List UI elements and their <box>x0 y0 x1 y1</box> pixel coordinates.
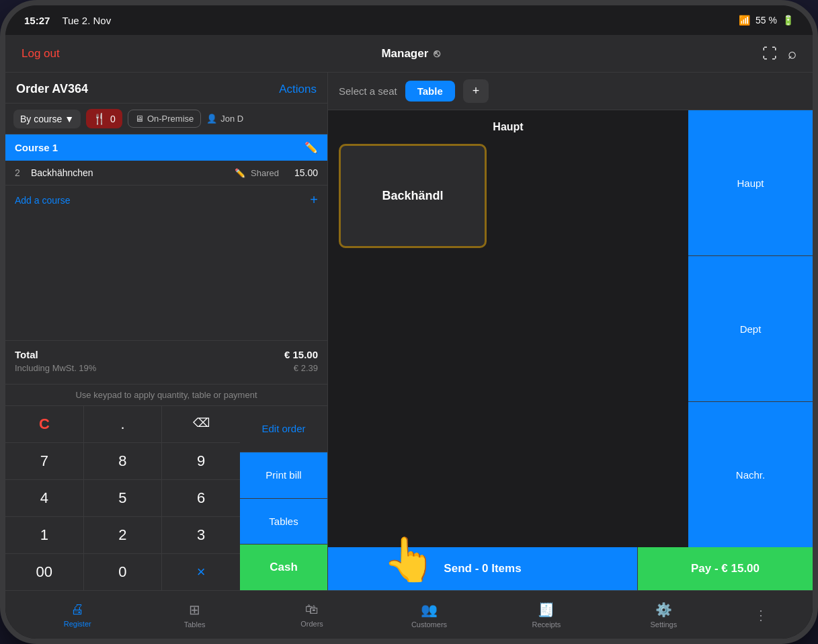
table-grid: Backhändl <box>339 144 678 248</box>
key-3[interactable]: 3 <box>162 517 240 553</box>
clear-key[interactable]: C <box>5 406 83 442</box>
logout-button[interactable]: Log out <box>22 47 60 61</box>
order-item: 2 Backhähnchen ✏️ Shared 15.00 <box>5 161 327 186</box>
status-date: Tue 2. Nov <box>62 15 111 26</box>
total-label: Total <box>15 349 38 360</box>
item-quantity: 2 <box>15 167 26 178</box>
expand-icon[interactable]: ⛶ <box>762 45 777 63</box>
action-buttons: Edit order Print bill Tables Cash <box>240 406 327 590</box>
cash-button[interactable]: Cash <box>240 545 327 590</box>
screen-icon: 🖥 <box>135 114 144 124</box>
table-card-label: Backhändl <box>382 189 443 203</box>
actions-button[interactable]: Actions <box>279 83 317 96</box>
course-edit-icon[interactable]: ✏️ <box>304 141 318 154</box>
room-label: Haupt <box>339 121 678 133</box>
user-icon: 👤 <box>206 114 217 124</box>
right-half: Haupt Backhändl Haupt Dept Nachr. <box>328 110 813 547</box>
nav-more-icon[interactable]: ⋮ <box>754 607 768 623</box>
room-nachr-button[interactable]: Nachr. <box>688 402 813 547</box>
key-6[interactable]: 6 <box>162 480 240 516</box>
nav-receipts[interactable]: 🧾 Receipts <box>520 602 573 629</box>
tables-label: Tables <box>184 620 206 629</box>
settings-label: Settings <box>650 620 677 629</box>
nav-tables[interactable]: ⊞ Tables <box>168 602 222 629</box>
receipts-label: Receipts <box>532 620 561 629</box>
keypad-hint: Use keypad to apply quantity, table or p… <box>5 384 327 405</box>
edit-order-button[interactable]: Edit order <box>240 406 327 452</box>
key-9[interactable]: 9 <box>162 443 240 479</box>
key-1[interactable]: 1 <box>5 517 83 553</box>
status-bar: 15:27 Tue 2. Nov 📶 55 % 🔋 <box>5 5 813 35</box>
wifi-icon: 📶 <box>739 15 750 26</box>
key-5[interactable]: 5 <box>84 480 162 516</box>
orders-label: Orders <box>300 620 323 628</box>
total-section: Total € 15.00 Including MwSt. 19% € 2.39 <box>5 340 327 384</box>
top-nav: Log out Manager ⎋ ⛶ ⌕ <box>5 35 813 73</box>
multiply-key[interactable]: × <box>162 554 240 590</box>
course-dropdown[interactable]: By course ▼ <box>13 110 81 128</box>
settings-icon: ⚙️ <box>655 602 672 618</box>
course-section: Course 1 ✏️ 2 Backhähnchen ✏️ Shared 15.… <box>5 134 327 340</box>
add-course-plus-icon: + <box>310 192 318 208</box>
item-price: 15.00 <box>284 167 318 178</box>
tables-button[interactable]: Tables <box>240 499 327 545</box>
room-buttons-col: Haupt Dept Nachr. <box>688 110 813 547</box>
order-header: Order AV364 Actions <box>5 73 327 104</box>
add-seat-button[interactable]: + <box>463 79 489 103</box>
order-controls: By course ▼ 🍴 0 🖥 On-Premise 👤 Jon D <box>5 104 327 134</box>
print-bill-button[interactable]: Print bill <box>240 452 327 498</box>
add-course-row[interactable]: Add a course + <box>5 186 327 214</box>
right-section: Select a seat Table + Haupt Backhändl <box>328 73 813 590</box>
backspace-key[interactable]: ⌫ <box>162 406 240 442</box>
search-icon[interactable]: ⌕ <box>788 45 796 63</box>
item-name: Backhähnchen <box>31 167 227 178</box>
dot-key[interactable]: . <box>84 406 162 442</box>
register-label: Register <box>64 620 91 628</box>
item-edit-icon[interactable]: ✏️ <box>235 168 245 178</box>
order-panel: Order AV364 Actions By course ▼ 🍴 0 🖥 On… <box>5 73 328 590</box>
share-icon: ⎋ <box>434 48 440 60</box>
send-items-button[interactable]: Send - 0 Items <box>328 547 637 590</box>
nav-register[interactable]: 🖨 Register <box>50 602 104 628</box>
key-0[interactable]: 0 <box>84 554 162 590</box>
chevron-down-icon: ▼ <box>65 114 74 124</box>
table-card-backhändl[interactable]: Backhändl <box>339 144 487 248</box>
customers-icon: 👥 <box>421 602 438 618</box>
tax-label: Including MwSt. 19% <box>15 363 96 373</box>
key-00[interactable]: 00 <box>5 554 83 590</box>
pay-button[interactable]: Pay - € 15.00 <box>638 547 813 590</box>
user-tag: 👤 Jon D <box>206 114 243 124</box>
nav-customers[interactable]: 👥 Customers <box>402 602 456 629</box>
battery-icon: 🔋 <box>782 15 794 26</box>
add-course-label: Add a course <box>15 195 71 206</box>
key-4[interactable]: 4 <box>5 480 83 516</box>
nav-orders[interactable]: 🛍 Orders <box>285 602 339 628</box>
order-title: Order AV364 <box>16 82 88 96</box>
course-name: Course 1 <box>15 142 58 153</box>
key-2[interactable]: 2 <box>84 517 162 553</box>
send-pay-bar: Send - 0 Items Pay - € 15.00 <box>328 547 813 590</box>
order-badge: 🍴 0 <box>86 109 122 128</box>
keypad-area: C . ⌫ 7 8 9 4 5 6 1 2 3 00 0 × <box>5 405 327 590</box>
map-column: Haupt Backhändl <box>328 110 688 547</box>
room-dept-button[interactable]: Dept <box>688 256 813 401</box>
table-button[interactable]: Table <box>405 81 455 102</box>
key-8[interactable]: 8 <box>84 443 162 479</box>
item-shared: Shared <box>251 168 279 178</box>
room-haupt-button[interactable]: Haupt <box>688 110 813 255</box>
select-seat-label: Select a seat <box>339 85 397 97</box>
table-map-area: Haupt Backhändl <box>328 110 688 547</box>
fork-knife-icon: 🍴 <box>93 112 106 125</box>
orders-icon: 🛍 <box>305 602 319 617</box>
total-amount: € 15.00 <box>284 349 318 360</box>
tax-amount: € 2.39 <box>294 363 318 373</box>
numpad: C . ⌫ 7 8 9 4 5 6 1 2 3 00 0 × <box>5 406 240 590</box>
nav-settings[interactable]: ⚙️ Settings <box>637 602 690 629</box>
key-7[interactable]: 7 <box>5 443 83 479</box>
status-time: 15:27 <box>24 15 50 26</box>
receipts-icon: 🧾 <box>538 602 555 618</box>
tables-icon: ⊞ <box>189 602 200 618</box>
register-icon: 🖨 <box>71 602 84 617</box>
manager-title: Manager <box>381 47 428 61</box>
bottom-nav: 🖨 Register ⊞ Tables 🛍 Orders 👥 Customers… <box>5 590 813 639</box>
